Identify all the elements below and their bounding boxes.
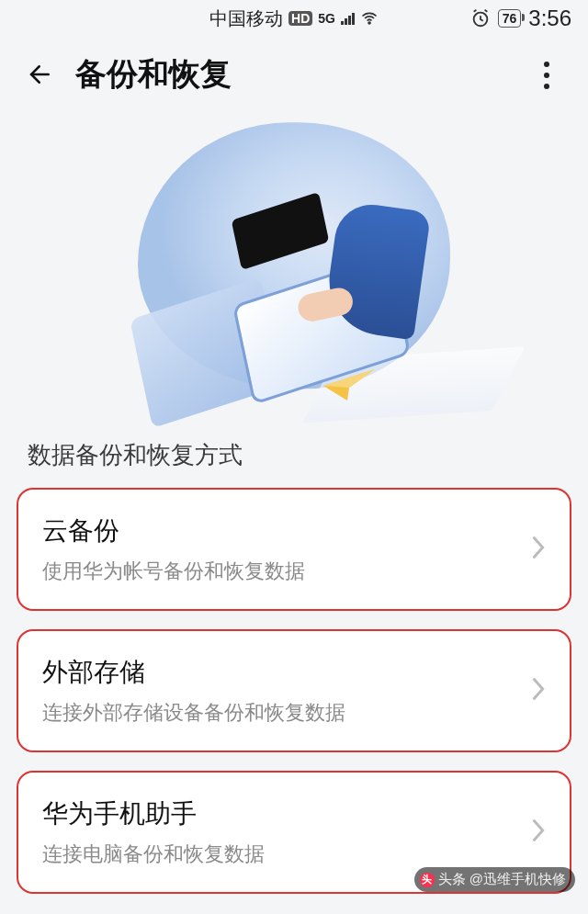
option-subtitle: 使用华为帐号备份和恢复数据: [42, 558, 531, 585]
watermark-logo-icon: 头: [420, 873, 435, 887]
watermark-text: 头条 @迅维手机快修: [438, 871, 566, 888]
section-title: 数据备份和恢复方式: [0, 408, 588, 488]
clock-label: 3:56: [528, 6, 571, 31]
option-subtitle: 连接外部存储设备备份和恢复数据: [42, 699, 531, 727]
option-external-storage[interactable]: 外部存储 连接外部存储设备备份和恢复数据: [17, 629, 571, 752]
svg-marker-3: [323, 369, 375, 388]
option-title: 华为手机助手: [42, 796, 531, 831]
hd-badge: HD: [288, 11, 312, 26]
status-center: 中国移动 HD 5G: [209, 6, 379, 31]
wifi-icon: [360, 9, 379, 28]
page-title: 备份和恢复: [75, 53, 232, 96]
svg-point-0: [368, 22, 370, 24]
chevron-right-icon: [531, 535, 546, 564]
option-subtitle: 连接电脑备份和恢复数据: [42, 841, 531, 868]
page-header: 备份和恢复: [0, 37, 588, 103]
option-cloud-backup[interactable]: 云备份 使用华为帐号备份和恢复数据: [17, 488, 571, 611]
status-right: 76 3:56: [470, 6, 571, 31]
alarm-icon: [470, 8, 491, 28]
network-label: 5G: [318, 11, 335, 26]
battery-icon: 76: [498, 9, 522, 28]
signal-icon: [341, 12, 355, 25]
back-button[interactable]: [22, 56, 59, 93]
hero-illustration: [110, 114, 478, 408]
carrier-label: 中国移动: [209, 6, 283, 31]
paper-plane-icon: [322, 367, 377, 408]
watermark: 头 头条 @迅维手机快修: [414, 867, 575, 892]
option-title: 云备份: [42, 513, 531, 548]
chevron-right-icon: [531, 818, 546, 847]
more-button[interactable]: [533, 57, 560, 94]
status-bar: 中国移动 HD 5G 76 3:56: [0, 0, 588, 37]
options-list: 云备份 使用华为帐号备份和恢复数据 外部存储 连接外部存储设备备份和恢复数据 华…: [0, 488, 588, 894]
chevron-right-icon: [531, 676, 546, 705]
option-title: 外部存储: [42, 655, 531, 690]
